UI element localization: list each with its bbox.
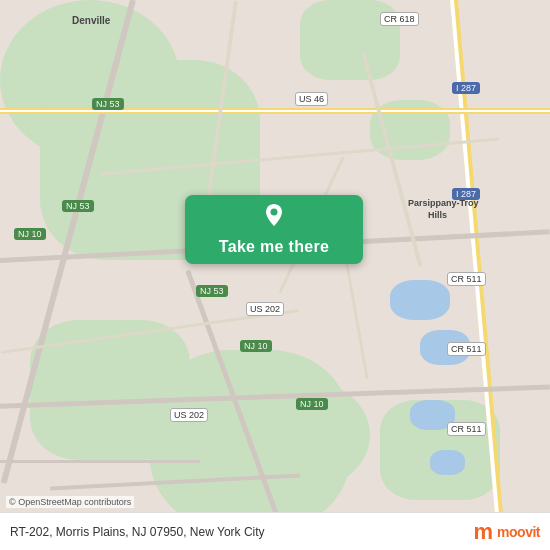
road-label-cr618: CR 618 bbox=[380, 12, 419, 26]
osm-attribution: © OpenStreetMap contributors bbox=[6, 496, 134, 508]
road-label-cr511-mid: CR 511 bbox=[447, 342, 486, 356]
road-label-nj10-mid: NJ 10 bbox=[240, 340, 272, 352]
bottom-bar: RT-202, Morris Plains, NJ 07950, New Yor… bbox=[0, 512, 550, 550]
moovit-logo: m moovit bbox=[474, 519, 540, 545]
city-label-hills: Hills bbox=[428, 210, 447, 220]
location-pin-icon bbox=[262, 204, 286, 234]
road-label-nj53-mid: NJ 53 bbox=[62, 200, 94, 212]
water-body bbox=[390, 280, 450, 320]
road-label-nj10-left: NJ 10 bbox=[14, 228, 46, 240]
road-small-7 bbox=[0, 460, 200, 463]
road-label-us202-lower: US 202 bbox=[170, 408, 208, 422]
road-label-cr511-lower: CR 511 bbox=[447, 422, 486, 436]
address-text: RT-202, Morris Plains, NJ 07950, New Yor… bbox=[10, 525, 474, 539]
water-body bbox=[430, 450, 465, 475]
road-label-us46: US 46 bbox=[295, 92, 328, 106]
take-me-there-label: Take me there bbox=[219, 238, 329, 256]
road-label-nj10-lower: NJ 10 bbox=[296, 398, 328, 410]
moovit-logo-letter: m bbox=[474, 519, 494, 545]
map-container: CR 618 I 287 I 287 NJ 53 NJ 53 NJ 53 NJ … bbox=[0, 0, 550, 550]
svg-point-0 bbox=[271, 208, 278, 215]
road-label-nj53-top: NJ 53 bbox=[92, 98, 124, 110]
take-me-there-button[interactable]: Take me there bbox=[185, 195, 363, 264]
road-label-cr511-top: CR 511 bbox=[447, 272, 486, 286]
city-label-denville: Denville bbox=[72, 15, 110, 26]
road-us46-center bbox=[0, 110, 550, 112]
city-label-parsippany: Parsippany-Troy bbox=[408, 198, 479, 208]
moovit-logo-text: moovit bbox=[497, 524, 540, 540]
road-label-us202-top: US 202 bbox=[246, 302, 284, 316]
road-label-nj53-lower: NJ 53 bbox=[196, 285, 228, 297]
road-label-i287-top: I 287 bbox=[452, 82, 480, 94]
